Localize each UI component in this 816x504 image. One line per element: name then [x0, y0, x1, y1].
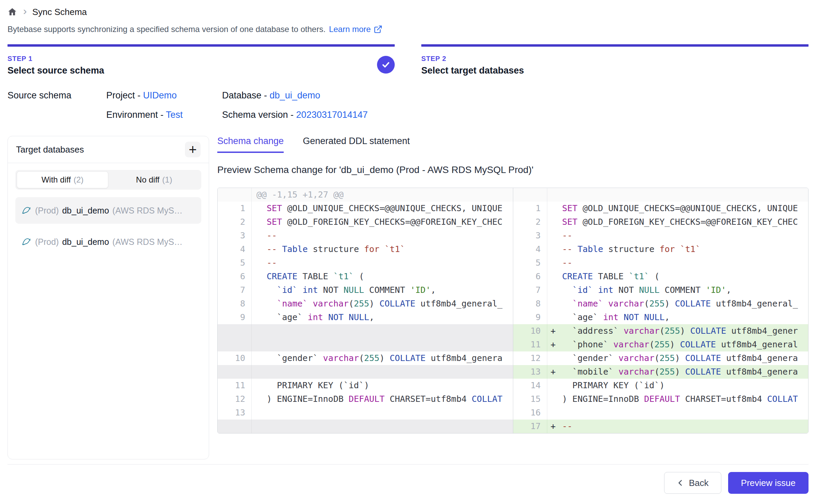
back-button-label: Back	[689, 478, 709, 488]
diff-hunk-header	[547, 188, 809, 202]
tab-with-diff-count: (2)	[74, 175, 83, 185]
diff-change-marker	[252, 365, 267, 379]
diff-code-line: `age` int NOT NULL,	[267, 311, 513, 324]
diff-line-number: 5	[218, 256, 252, 270]
version-label: Schema version -	[222, 110, 296, 120]
diff-change-marker	[252, 202, 267, 215]
tab-no-diff[interactable]: No diff (1)	[108, 171, 200, 188]
diff-row: 13+ `mobile` varchar(255) COLLATE utf8mb…	[513, 365, 809, 379]
diff-change-marker: +	[547, 365, 562, 379]
environment-link[interactable]: Test	[166, 110, 183, 120]
diff-code-line: -- Table structure for `t1`	[562, 242, 809, 256]
diff-change-marker	[252, 420, 267, 433]
step-1-label: STEP 1	[7, 55, 395, 63]
environment-cell: Environment - Test	[106, 110, 222, 120]
diff-code-line	[267, 406, 513, 420]
step-2-label: STEP 2	[421, 55, 809, 63]
diff-row: 9 `age` int NOT NULL,	[218, 311, 513, 324]
tab-generated-ddl[interactable]: Generated DDL statement	[303, 136, 410, 153]
diff-change-marker	[252, 351, 267, 365]
tab-with-diff[interactable]: With diff (2)	[17, 171, 108, 188]
preview-tabs: Schema change Generated DDL statement	[217, 136, 809, 153]
project-label: Project -	[106, 90, 143, 100]
diff-row: 17+--	[513, 420, 809, 433]
diff-row: 12 `gender` varchar(255) COLLATE utf8mb4…	[513, 351, 809, 365]
back-button[interactable]: Back	[664, 472, 721, 494]
diff-code-line: PRIMARY KEY (`id`)	[562, 379, 809, 392]
diff-line-number: 4	[218, 242, 252, 256]
database-label: Database -	[222, 90, 270, 100]
diff-line-number: 12	[513, 351, 547, 365]
tab-no-diff-count: (1)	[162, 175, 172, 185]
diff-row: 16	[513, 406, 809, 420]
diff-code-line: `id` int NOT NULL COMMENT 'ID',	[562, 283, 809, 297]
diff-change-marker: +	[547, 420, 562, 433]
diff-row: 6CREATE TABLE `t1` (	[513, 270, 809, 283]
diff-row: 15) ENGINE=InnoDB DEFAULT CHARSET=utf8mb…	[513, 392, 809, 406]
diff-line-number: 16	[513, 406, 547, 420]
project-link[interactable]: UIDemo	[143, 90, 177, 100]
diff-change-marker	[252, 392, 267, 406]
diff-row: 5--	[218, 256, 513, 270]
footer-divider	[7, 464, 809, 464]
diff-row: 14 PRIMARY KEY (`id`)	[513, 379, 809, 392]
diff-line-number: 10	[513, 324, 547, 338]
description-text: Bytebase supports synchronizing a specif…	[7, 25, 326, 34]
db-instance: (AWS RDS MyS…	[112, 237, 183, 247]
diff-change-marker: +	[547, 338, 562, 351]
diff-code-line: --	[562, 420, 809, 433]
diff-change-marker	[547, 406, 562, 420]
diff-change-marker	[547, 202, 562, 215]
footer-actions: Back Preview issue	[7, 472, 809, 494]
tab-schema-change[interactable]: Schema change	[217, 136, 284, 153]
diff-line-number: 6	[218, 270, 252, 283]
diff-code-line: `gender` varchar(255) COLLATE utf8mb4_ge…	[267, 351, 513, 365]
diff-line-number: 3	[513, 229, 547, 242]
database-cell: Database - db_ui_demo	[222, 90, 809, 101]
diff-line-number: 7	[513, 283, 547, 297]
diff-change-marker	[252, 229, 267, 242]
sync-schema-page: › Sync Schema Bytebase supports synchron…	[0, 0, 816, 494]
home-icon[interactable]	[7, 7, 18, 17]
diff-code-line: `phone` varchar(255) COLLATE utf8mb4_gen…	[562, 338, 809, 351]
diff-line-number: 15	[513, 392, 547, 406]
diff-row: 10 `gender` varchar(255) COLLATE utf8mb4…	[218, 351, 513, 365]
diff-change-marker	[547, 379, 562, 392]
add-target-database-button[interactable]: +	[185, 142, 201, 157]
diff-code-line: `id` int NOT NULL COMMENT 'ID',	[267, 283, 513, 297]
diff-row	[218, 365, 513, 379]
source-schema-label: Source schema	[7, 90, 106, 101]
diff-row: 3--	[513, 229, 809, 242]
learn-more-link[interactable]: Learn more	[329, 25, 382, 34]
list-item-db-0[interactable]: (Prod) db_ui_demo (AWS RDS MyS…	[15, 197, 201, 224]
diff-code-line: `mobile` varchar(255) COLLATE utf8mb4_ge…	[562, 365, 809, 379]
schema-diff-viewer[interactable]: @@ -1,15 +1,27 @@1SET @OLD_UNIQUE_CHECKS…	[217, 188, 809, 434]
step-1-title: Select source schema	[7, 65, 395, 76]
diff-code-line: --	[267, 256, 513, 270]
diff-line-number: 13	[218, 406, 252, 420]
diff-change-marker	[547, 215, 562, 229]
diff-code-line: CREATE TABLE `t1` (	[267, 270, 513, 283]
stepper: STEP 1 Select source schema STEP 2 Selec…	[7, 44, 809, 76]
diff-row: @@ -1,15 +1,27 @@	[218, 188, 513, 202]
list-item-db-1[interactable]: (Prod) db_ui_demo (AWS RDS MyS…	[15, 229, 201, 255]
diff-change-marker	[547, 297, 562, 311]
diff-code-line: --	[562, 229, 809, 242]
diff-line-number: 13	[513, 365, 547, 379]
schema-version-link[interactable]: 20230317014147	[296, 110, 368, 120]
diff-code-line: SET @OLD_UNIQUE_CHECKS=@@UNIQUE_CHECKS, …	[562, 202, 809, 215]
db-instance: (AWS RDS MyS…	[112, 206, 183, 216]
mysql-icon	[21, 236, 32, 247]
source-schema-summary: Source schema Project - UIDemo Database …	[7, 90, 809, 120]
diff-code-line: --	[267, 229, 513, 242]
diff-code-line: ) ENGINE=InnoDB DEFAULT CHARSET=utf8mb4 …	[267, 392, 513, 406]
preview-issue-button[interactable]: Preview issue	[728, 472, 809, 494]
database-link[interactable]: db_ui_demo	[270, 90, 320, 100]
learn-more-label: Learn more	[329, 25, 371, 34]
diff-line-number: 3	[218, 229, 252, 242]
diff-row: 13	[218, 406, 513, 420]
chevron-left-icon	[677, 479, 684, 487]
target-databases-title: Target databases	[16, 144, 84, 155]
diff-row: 10+ `address` varchar(255) COLLATE utf8m…	[513, 324, 809, 338]
diff-code-line	[267, 365, 513, 379]
